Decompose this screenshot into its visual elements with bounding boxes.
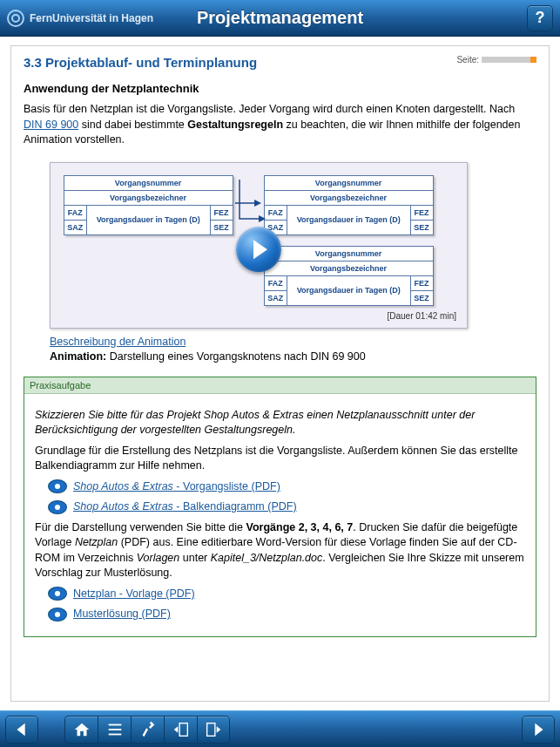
download-link[interactable]: Shop Autos & Extras - Balkendiagramm (PD… [73, 499, 297, 515]
svg-marker-3 [17, 723, 25, 736]
home-icon [72, 720, 91, 739]
download-link-row: Shop Autos & Extras - Balkendiagramm (PD… [49, 499, 525, 515]
eye-icon [49, 501, 66, 513]
netzplan-node: Vorgangsnummer Vorgangsbezeichner FAZVor… [64, 175, 233, 235]
play-button[interactable] [236, 227, 281, 272]
page-indicator-dot[interactable] [500, 57, 506, 63]
intro-paragraph: Basis für den Netzplan ist die Vorgangsl… [24, 102, 536, 148]
download-link[interactable]: Musterlösung (PDF) [73, 607, 171, 622]
svg-rect-6 [108, 733, 121, 735]
svg-rect-5 [108, 729, 121, 730]
page-indicator-dot[interactable] [494, 57, 500, 63]
app-header: FernUniversität in Hagen Projektmanageme… [0, 0, 560, 37]
next-button[interactable] [522, 716, 555, 744]
subtitle: Anwendung der Netzplantechnik [24, 82, 536, 95]
svg-rect-9 [207, 723, 215, 736]
download-link-row: Musterlösung (PDF) [49, 607, 525, 622]
toolbar-group [64, 716, 230, 744]
page-box: 3.3 Projektablauf- und Terminplanung Sei… [10, 45, 550, 702]
help-button[interactable]: ? [527, 5, 553, 31]
chevron-right-icon [529, 720, 548, 739]
content-area: 3.3 Projektablauf- und Terminplanung Sei… [0, 37, 560, 710]
download-link-row: Shop Autos & Extras - Vorgangsliste (PDF… [49, 479, 525, 495]
praxis-header: Praxisaufgabe [24, 377, 536, 394]
din-link[interactable]: DIN 69 900 [24, 119, 78, 131]
eye-icon [49, 608, 66, 621]
list-icon [105, 720, 125, 739]
animation-caption: Animation: Darstellung eines Vorgangskno… [50, 350, 468, 363]
download-link[interactable]: Shop Autos & Extras - Vorgangsliste (PDF… [73, 479, 280, 495]
page-left-icon [172, 720, 191, 739]
prev-button[interactable] [5, 716, 38, 744]
page-indicator-dot[interactable] [530, 57, 536, 63]
chevron-left-icon [12, 720, 31, 739]
eye-icon [49, 480, 66, 492]
praxis-task-box: Praxisaufgabe Skizzieren Sie bitte für d… [24, 377, 536, 637]
logo: FernUniversität in Hagen [7, 10, 153, 27]
praxis-grundlage: Grundlage für die Erstellung des Netzpla… [35, 444, 525, 474]
tools-button[interactable] [131, 716, 164, 744]
page-next-button[interactable] [197, 716, 230, 744]
page-indicator-label: Seite: [456, 55, 479, 65]
page-indicator: Seite: [456, 55, 536, 65]
section-heading: 3.3 Projektablauf- und Terminplanung [24, 55, 257, 70]
animation-description-link[interactable]: Beschreibung der Animation [50, 336, 186, 348]
page-indicator-dot[interactable] [506, 57, 512, 63]
page-indicator-dot[interactable] [488, 57, 494, 63]
download-link[interactable]: Netzplan - Vorlage (PDF) [73, 587, 195, 602]
home-button[interactable] [64, 716, 98, 744]
page-indicator-dot[interactable] [524, 57, 530, 63]
logo-icon [7, 10, 24, 27]
page-indicator-dot[interactable] [512, 57, 518, 63]
netzplan-node: Vorgangsnummer Vorgangsbezeichner FAZVor… [264, 246, 434, 306]
play-icon [253, 240, 267, 259]
tools-icon [138, 720, 158, 739]
animation-figure: Vorgangsnummer Vorgangsbezeichner FAZVor… [50, 162, 468, 363]
svg-rect-7 [179, 723, 187, 736]
praxis-darstellung: Für die Darstellung verwenden Sie bitte … [35, 520, 525, 581]
animation-box: Vorgangsnummer Vorgangsbezeichner FAZVor… [50, 162, 468, 329]
svg-marker-2 [259, 215, 266, 222]
help-icon: ? [536, 9, 545, 27]
svg-rect-4 [108, 723, 121, 725]
praxis-intro: Skizzieren Sie bitte für das Projekt Sho… [35, 408, 525, 438]
toc-button[interactable] [98, 716, 131, 744]
university-name: FernUniversität in Hagen [30, 12, 153, 24]
animation-duration: [Dauer 01:42 min] [61, 311, 456, 321]
page-indicator-dot[interactable] [518, 57, 524, 63]
svg-marker-11 [535, 723, 543, 736]
svg-marker-10 [217, 726, 221, 732]
praxis-body: Skizzieren Sie bitte für das Projekt Sho… [24, 394, 536, 636]
page-right-icon [204, 720, 223, 739]
page-prev-button[interactable] [164, 716, 197, 744]
eye-icon [49, 587, 66, 600]
svg-marker-8 [173, 726, 178, 732]
footer-toolbar [0, 710, 560, 747]
download-link-row: Netzplan - Vorlage (PDF) [49, 587, 525, 602]
page-indicator-dot[interactable] [482, 57, 488, 63]
